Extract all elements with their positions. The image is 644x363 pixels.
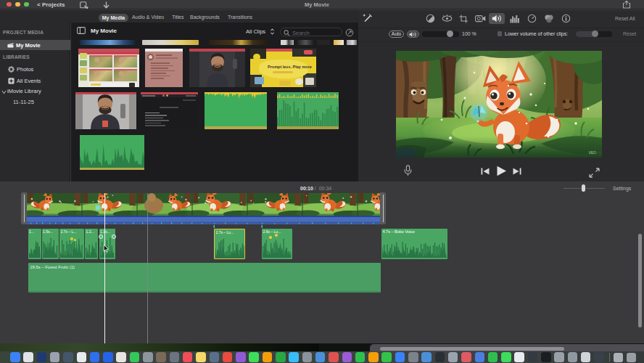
svg-text:VEO: VEO <box>588 150 596 155</box>
